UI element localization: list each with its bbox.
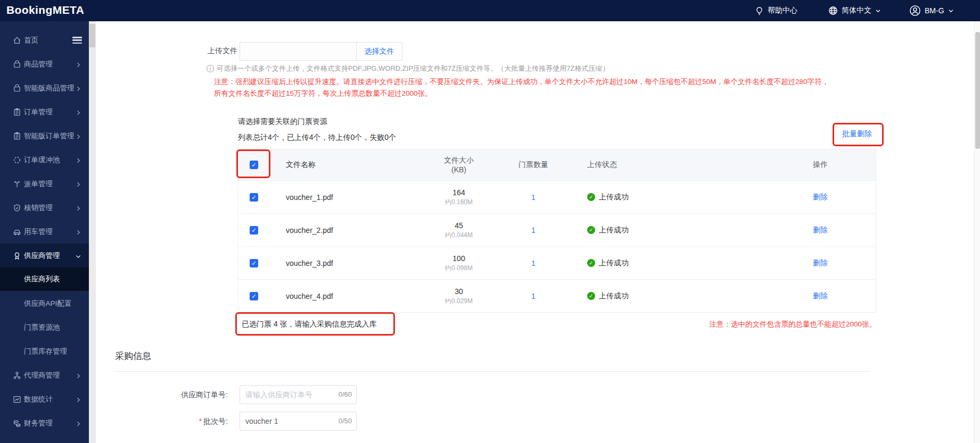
upload-file-label: 上传文件： xyxy=(160,46,245,56)
supplier-order-label: 供应商订单号: xyxy=(143,390,228,399)
col-file-size-unit: (KB) xyxy=(419,165,499,174)
status-text: 上传成功 xyxy=(599,258,629,268)
chevron-right-icon xyxy=(75,181,81,187)
lightbulb-icon xyxy=(755,6,764,15)
file-name: voucher_1.pdf xyxy=(270,193,419,202)
file-name: voucher_4.pdf xyxy=(270,292,419,300)
car-icon xyxy=(13,228,21,236)
ticket-limit-note: 注意：选中的文件包含票的总量也不能超过2000张。 xyxy=(709,320,876,329)
file-size-kb: 45 xyxy=(419,221,499,230)
sidebar-item-dispatch[interactable]: 派单管理 xyxy=(0,172,89,196)
chevron-down-icon xyxy=(948,8,954,14)
badge-person-icon xyxy=(13,252,21,260)
sidebar-item-statistics[interactable]: 数据统计 xyxy=(0,387,89,411)
ticket-qty-link[interactable]: 1 xyxy=(531,292,536,300)
home-icon xyxy=(13,36,21,45)
success-check-icon: ✓ xyxy=(587,292,595,300)
choose-file-button[interactable]: 选择文件 xyxy=(356,42,402,61)
table-row: ✓ voucher_2.pdf 45约0.044M 1 ✓上传成功 删除 xyxy=(238,213,876,246)
sidebar-item-smart-products[interactable]: 智能版商品管理 xyxy=(0,76,89,100)
chevron-right-icon xyxy=(75,372,81,379)
upload-warning-line1: 注意：强烈建议压缩后上传以提升速度。请直接选中文件进行压缩，不要压缩文件夹。为保… xyxy=(214,77,829,87)
sidebar-scrollbar-thumb[interactable] xyxy=(89,24,95,47)
main-content: 上传文件： 选择文件 i 可选择一个或多个文件上传，文件格式支持PDF,JPG,… xyxy=(96,21,974,443)
sidebar-item-smart-orders[interactable]: 智能版订单管理 xyxy=(0,124,89,148)
success-check-icon: ✓ xyxy=(587,259,595,267)
upload-hint: 可选择一个或多个文件上传，文件格式支持PDF,JPG,WORD,ZIP压缩文件和… xyxy=(217,64,609,73)
row-checkbox[interactable]: ✓ xyxy=(250,259,258,268)
col-ticket-qty: 门票数量 xyxy=(499,160,568,170)
batch-delete-link[interactable]: 批量删除 xyxy=(842,129,872,139)
batch-no-field: 0/50 xyxy=(240,412,357,431)
delete-link[interactable]: 删除 xyxy=(813,225,828,234)
avatar-icon xyxy=(909,5,921,16)
hamburger-icon[interactable] xyxy=(72,37,82,44)
table-row: ✓ voucher_1.pdf 164约0.160M 1 ✓上传成功 删除 xyxy=(238,180,876,213)
row-checkbox[interactable]: ✓ xyxy=(250,292,258,300)
delete-link[interactable]: 删除 xyxy=(813,291,828,300)
chevron-right-icon xyxy=(75,109,81,115)
help-center-button[interactable]: 帮助中心 xyxy=(755,0,797,21)
sidebar-item-agents[interactable]: 代理商管理 xyxy=(0,363,89,387)
coins-icon xyxy=(13,419,21,428)
file-size-kb: 100 xyxy=(419,254,499,263)
sidebar-subitem-supplier-list[interactable]: 供应商列表 xyxy=(0,268,89,291)
app-logo: BookingMETA xyxy=(6,4,84,16)
page-scrollbar[interactable] xyxy=(974,21,980,443)
sidebar-subitem-ticket-pool[interactable]: 门票资源池 xyxy=(0,315,89,339)
file-size-kb: 30 xyxy=(419,287,499,296)
top-bar: BookingMETA 帮助中心 简体中文 BM-G xyxy=(0,0,980,21)
delete-link[interactable]: 删除 xyxy=(813,258,828,267)
sidebar-item-home[interactable]: 首页 xyxy=(0,28,89,52)
chevron-down-icon xyxy=(75,253,81,259)
sidebar-item-products[interactable]: 商品管理 xyxy=(0,52,89,76)
sidebar-scrollbar[interactable] xyxy=(89,21,96,443)
select-all-checkbox[interactable]: ✓ xyxy=(250,161,258,169)
col-upload-status: 上传状态 xyxy=(568,160,765,170)
status-text: 上传成功 xyxy=(599,193,629,202)
line-chart-icon xyxy=(13,395,21,404)
language-switcher[interactable]: 简体中文 xyxy=(828,0,881,21)
chevron-down-icon xyxy=(875,8,881,14)
status-text: 上传成功 xyxy=(599,225,629,235)
delete-link[interactable]: 删除 xyxy=(813,193,828,201)
selected-tickets-note: 已选门票 4 张，请输入采购信息完成入库 xyxy=(242,320,377,329)
ticket-qty-link[interactable]: 1 xyxy=(531,259,536,268)
row-checkbox[interactable]: ✓ xyxy=(250,226,258,235)
batch-no-label: *批次号: xyxy=(143,416,228,426)
file-size-m: 约0.098M xyxy=(419,263,499,273)
select-resource-prompt: 请选择需要关联的门票资源 xyxy=(238,117,327,127)
sidebar-item-finance[interactable]: 财务管理 xyxy=(0,411,89,435)
chevron-right-icon xyxy=(75,205,81,211)
upload-warning-line2: 所有文件名长度不超过15万字符，每次上传票总数量不超过2000张。 xyxy=(214,89,432,98)
supplier-order-counter: 0/60 xyxy=(339,385,352,404)
page-scrollbar-thumb[interactable] xyxy=(975,32,980,149)
required-asterisk: * xyxy=(199,417,202,425)
sidebar-subitem-supplier-api[interactable]: 供应商API配置 xyxy=(0,291,89,315)
dispatch-arrows-icon xyxy=(13,180,21,188)
shield-check-icon xyxy=(13,204,21,212)
sidebar-item-vehicles[interactable]: 用车管理 xyxy=(0,220,89,244)
clipboard-icon xyxy=(13,132,21,140)
chevron-right-icon xyxy=(75,229,81,235)
sidebar-item-orders[interactable]: 订单管理 xyxy=(0,100,89,124)
spinner-icon xyxy=(13,156,21,164)
globe-icon xyxy=(828,6,838,15)
status-text: 上传成功 xyxy=(599,291,629,301)
sidebar-item-suppliers[interactable]: 供应商管理 xyxy=(0,244,89,268)
chevron-right-icon xyxy=(75,157,81,163)
sidebar-item-verification[interactable]: 核销管理 xyxy=(0,196,89,220)
sidebar-subitem-ticket-stock[interactable]: 门票库存管理 xyxy=(0,339,89,363)
row-checkbox[interactable]: ✓ xyxy=(250,193,258,202)
sidebar-item-order-buffer[interactable]: 订单缓冲池 xyxy=(0,148,89,172)
section-divider xyxy=(115,371,870,372)
voucher-table: ✓ 文件名称 文件大小 (KB) 门票数量 上传状态 操作 ✓ voucher_… xyxy=(237,149,876,313)
col-action: 操作 xyxy=(765,160,876,170)
chevron-right-icon xyxy=(75,85,81,91)
bag-icon xyxy=(13,60,21,69)
table-row: ✓ voucher_3.pdf 100约0.098M 1 ✓上传成功 删除 xyxy=(238,246,876,279)
upload-filename-input[interactable] xyxy=(240,42,357,61)
user-menu[interactable]: BM-G xyxy=(909,0,954,21)
ticket-qty-link[interactable]: 1 xyxy=(531,193,536,202)
ticket-qty-link[interactable]: 1 xyxy=(531,226,536,235)
